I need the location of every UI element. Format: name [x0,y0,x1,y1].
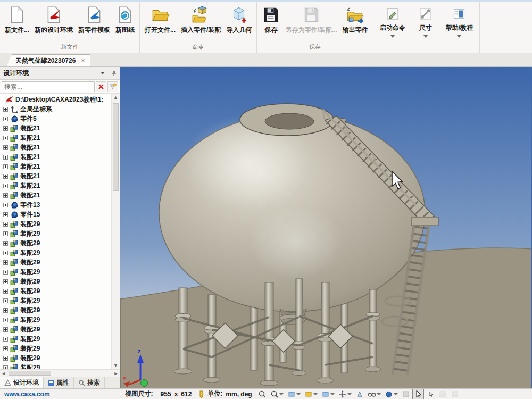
caxa-website-link[interactable]: www.caxa.com [4,390,50,398]
tree-item-assembly[interactable]: 装配21 [0,162,111,171]
tree-item-assembly[interactable]: 装配21 [0,190,111,200]
scrollbar-thumb[interactable] [113,103,119,191]
tree-item-assembly[interactable]: 装配21 [0,143,111,152]
expand-icon[interactable] [3,155,8,160]
save-button[interactable]: 保存 [259,3,282,35]
expand-icon[interactable] [3,327,8,332]
document-tab[interactable]: 天然气储罐20230726 × [6,54,90,66]
tab-properties[interactable]: 属性 [44,377,74,388]
expand-icon[interactable] [3,164,8,169]
search-input[interactable] [2,81,95,92]
tree-item-assembly[interactable]: 装配29 [0,229,111,238]
tree-item-part[interactable]: 零件13 [0,200,111,210]
expand-icon[interactable] [3,107,8,112]
tree-item-assembly[interactable]: 装配29 [0,277,111,286]
tree-horizontal-scrollbar[interactable]: ◄ ► [0,369,120,377]
tree-item-assembly[interactable]: 装配29 [0,325,111,334]
tree-item-assembly[interactable]: 装配29 [0,267,111,277]
select-alt-icon[interactable] [425,389,436,399]
expand-icon[interactable] [3,260,8,265]
scroll-up-icon[interactable]: ▲ [112,94,120,101]
expand-icon[interactable] [3,279,8,284]
expand-icon[interactable] [3,117,8,121]
expand-icon[interactable] [3,346,8,351]
expand-icon[interactable] [3,318,8,322]
expand-icon[interactable] [3,193,8,198]
expand-icon[interactable] [3,212,8,217]
tree-item-assembly[interactable]: 装配29 [0,238,111,248]
scrollbar-thumb[interactable] [9,371,51,376]
tree-item-assembly[interactable]: 装配29 [0,334,111,344]
tree-item-part[interactable]: 零件5 [0,114,111,123]
expand-icon[interactable] [3,251,8,255]
clear-search-button[interactable] [96,81,106,92]
tree-item-assembly[interactable]: 装配29 [0,219,111,229]
new-drawing-button[interactable]: 新图纸 [113,3,137,35]
tree-item-assembly[interactable]: 装配21 [0,181,111,190]
zoom-extents-icon[interactable] [269,389,285,399]
export-part-button[interactable]: 输出零件 [340,3,371,35]
expand-icon[interactable] [3,337,8,342]
tree-item-assembly[interactable]: 装配21 [0,133,111,143]
tree-item-coord[interactable]: 全局坐标系 [0,104,111,114]
pin-icon[interactable] [111,70,117,77]
start-command-button[interactable]: 启动命令 [373,2,412,53]
select-tool-icon[interactable] [412,389,424,399]
perspective-icon[interactable] [366,389,383,399]
expand-icon[interactable] [3,222,8,227]
pan-icon[interactable] [337,389,353,399]
zoom-icon[interactable] [256,389,268,399]
view-orient-icon[interactable] [303,389,319,399]
viewport-3d[interactable]: z [120,67,532,388]
tab-search[interactable]: 搜索 [74,377,105,388]
tree-item-assembly[interactable]: 装配21 [0,123,111,133]
import-geometry-button[interactable]: 导入几何 [223,3,254,35]
new-file-button[interactable]: 新文件... [2,3,32,35]
tree-item-assembly[interactable]: 装配29 [0,296,111,305]
expand-icon[interactable] [3,174,8,179]
filter-button[interactable] [107,81,118,92]
tree-item-assembly[interactable]: 装配29 [0,248,111,257]
expand-icon[interactable] [3,203,8,207]
chevron-down-icon[interactable] [101,72,105,74]
tree-item-root[interactable]: D:\Desktop\CAXA2023教程\1: [0,95,111,104]
tree-item-assembly[interactable]: 装配29 [0,305,111,315]
new-part-template-button[interactable]: 新零件模板 [76,3,113,35]
tree-item-assembly[interactable]: 装配29 [0,363,111,369]
expand-icon[interactable] [3,184,8,188]
tree-item-part[interactable]: 零件15 [0,210,111,219]
expand-icon[interactable] [3,356,8,361]
dimension-button[interactable]: 尺寸 [412,2,439,53]
view-standard-icon[interactable] [286,389,302,399]
scroll-right-icon[interactable]: ► [112,370,120,377]
tab-design-environment[interactable]: 设计环境 [0,377,44,388]
tree-item-assembly[interactable]: 装配29 [0,286,111,296]
view-style-icon[interactable] [320,389,336,399]
save-as-button[interactable]: 另存为零件/装配... [282,3,339,35]
expand-icon[interactable] [3,231,8,236]
render-mode-icon[interactable] [383,389,400,399]
expand-icon[interactable] [3,136,8,140]
tree-item-assembly[interactable]: 装配29 [0,344,111,353]
expand-icon[interactable] [3,126,8,131]
tree-item-assembly[interactable]: 装配21 [0,152,111,162]
ghost-tool-icon[interactable] [400,389,412,399]
insert-part-button[interactable]: 插入零件/装配 [178,3,223,35]
open-file-button[interactable]: 打开文件... [142,3,178,35]
close-icon[interactable]: × [81,57,85,64]
help-button[interactable]: 帮助/教程 [439,2,480,53]
expand-icon[interactable] [3,365,8,370]
expand-icon[interactable] [3,298,8,303]
tree-item-assembly[interactable]: 装配21 [0,171,111,181]
new-design-env-button[interactable]: 新的设计环境 [32,3,76,35]
tree-item-assembly[interactable]: 装配29 [0,257,111,267]
tree-vertical-scrollbar[interactable]: ▲ ▼ [111,94,120,369]
tree-item-assembly[interactable]: 装配29 [0,353,111,363]
tree-item-assembly[interactable]: 装配29 [0,315,111,325]
scroll-left-icon[interactable]: ◄ [0,370,7,377]
expand-icon[interactable] [3,289,8,294]
expand-icon[interactable] [3,241,8,246]
expand-icon[interactable] [3,270,8,275]
rotate-view-icon[interactable] [354,389,365,399]
scroll-down-icon[interactable]: ▼ [112,362,120,369]
